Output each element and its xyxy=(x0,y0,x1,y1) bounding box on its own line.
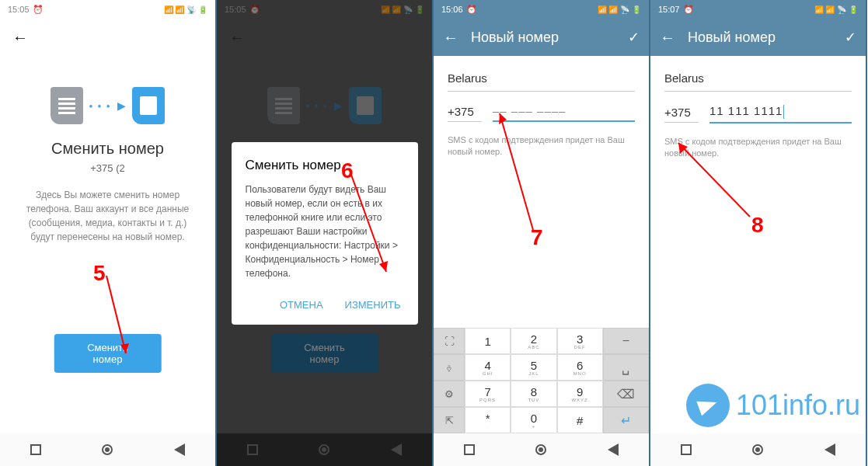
status-time: 15:07 xyxy=(658,5,680,14)
status-icons: 📶 📶 📡 🔋 xyxy=(598,5,641,14)
watermark: 101info.ru xyxy=(686,384,860,427)
cancel-button[interactable]: ОТМЕНА xyxy=(277,293,326,317)
key-backspace-icon[interactable]: ⌫ xyxy=(603,381,649,407)
kp-cursor-icon[interactable]: ⎀ xyxy=(434,354,465,381)
header-title: Новый номер xyxy=(471,30,628,46)
screen-3: 15:06 ⏰ 📶 📶 📡 🔋 ← Новый номер ✓ Belarus … xyxy=(434,0,650,466)
status-bar: 15:07 ⏰ 📶 📶 📡 🔋 xyxy=(650,0,866,19)
key-5[interactable]: 5JKL xyxy=(511,354,556,381)
kp-expand-icon[interactable]: ⛶ xyxy=(434,328,465,354)
nav-recent-icon[interactable] xyxy=(464,444,475,455)
arrow-5 xyxy=(103,272,134,365)
key-space[interactable]: ␣ xyxy=(603,354,649,381)
status-icons: 📶 📶 📡 🔋 xyxy=(814,5,858,14)
arrow-7 xyxy=(494,106,541,238)
country-code-field[interactable]: +375 xyxy=(664,103,699,123)
dialog-overlay[interactable]: Сменить номер Пользователи будут видеть … xyxy=(217,0,432,466)
header: ← Новый номер ✓ xyxy=(434,19,649,56)
key-enter-icon[interactable]: ↵ xyxy=(603,407,649,433)
svg-line-6 xyxy=(678,143,750,217)
alarm-icon: ⏰ xyxy=(683,5,694,15)
nav-back-icon[interactable] xyxy=(174,443,185,456)
current-phone: +375 (2 xyxy=(0,162,215,174)
description: Здесь Вы можете сменить номер телефона. … xyxy=(0,188,215,244)
screen-1: 15:05 ⏰ 📶 📶 📡 🔋 ← ● ● ●▶ Сменить номер +… xyxy=(0,0,217,466)
confirm-button[interactable]: ИЗМЕНИТЬ xyxy=(342,293,404,317)
status-time: 15:05 xyxy=(8,5,30,14)
status-bar: 15:05 ⏰ 📶 📶 📡 🔋 xyxy=(0,0,215,19)
status-icons: 📶 📶 📡 🔋 xyxy=(164,5,207,14)
kp-settings-icon[interactable]: ⚙ xyxy=(434,381,465,407)
numeric-keypad: ⛶ 1 2ABC 3DEF − ⎀ 4GHI 5JKL 6MNO ␣ ⚙ 7PQ… xyxy=(434,328,649,433)
nav-home-icon[interactable] xyxy=(102,444,113,455)
key-2[interactable]: 2ABC xyxy=(511,328,556,354)
arrow-6 xyxy=(347,171,394,283)
key-minus[interactable]: − xyxy=(603,328,649,354)
arrow-8 xyxy=(672,135,758,228)
annotation-7: 7 xyxy=(531,225,543,250)
screen-2: 15:05 ⏰ 📶 📶 📡 🔋 ← ● ● ●▶ Сменить номер С… xyxy=(217,0,434,466)
header-title: Новый номер xyxy=(688,30,845,46)
sms-hint: SMS с кодом подтверждения придет на Ваш … xyxy=(448,134,635,158)
back-icon[interactable]: ← xyxy=(660,29,675,47)
svg-marker-3 xyxy=(379,261,388,272)
back-icon[interactable]: ← xyxy=(443,29,458,47)
key-3[interactable]: 3DEF xyxy=(557,328,603,354)
phone-number-field[interactable]: 11 111 1111 xyxy=(709,101,852,123)
nav-bar xyxy=(434,433,649,466)
nav-back-icon[interactable] xyxy=(824,443,835,456)
nav-recent-icon[interactable] xyxy=(681,444,692,455)
status-time: 15:06 xyxy=(441,5,463,14)
submit-icon[interactable]: ✓ xyxy=(845,29,856,46)
telegram-logo-icon xyxy=(686,384,730,427)
key-4[interactable]: 4GHI xyxy=(465,354,511,381)
page-title: Сменить номер xyxy=(0,140,215,158)
key-6[interactable]: 6MNO xyxy=(557,354,603,381)
annotation-5: 5 xyxy=(93,261,106,286)
nav-bar xyxy=(650,433,866,466)
back-icon[interactable]: ← xyxy=(12,29,28,47)
key-star[interactable]: *. xyxy=(465,407,511,433)
sim-new-icon xyxy=(132,87,165,124)
alarm-icon: ⏰ xyxy=(33,5,44,15)
key-9[interactable]: 9WXYZ xyxy=(557,381,603,407)
svg-line-4 xyxy=(500,113,533,230)
key-0[interactable]: 0+ xyxy=(511,407,556,433)
country-field[interactable]: Belarus xyxy=(664,65,852,92)
annotation-6: 6 xyxy=(341,158,354,183)
nav-recent-icon[interactable] xyxy=(30,444,41,455)
status-bar: 15:06 ⏰ 📶 📶 📡 🔋 xyxy=(434,0,649,19)
nav-home-icon[interactable] xyxy=(535,444,546,455)
kp-share-icon[interactable]: ⇱ xyxy=(434,407,465,433)
key-7[interactable]: 7PQRS xyxy=(465,381,511,407)
svg-line-0 xyxy=(106,276,126,353)
key-8[interactable]: 8TUV xyxy=(511,381,556,407)
nav-back-icon[interactable] xyxy=(608,443,619,456)
nav-home-icon[interactable] xyxy=(752,444,763,455)
country-code-field[interactable]: +375 xyxy=(448,102,482,122)
header: ← Новый номер ✓ xyxy=(650,19,866,56)
header: ← xyxy=(0,19,215,56)
watermark-text: 101info.ru xyxy=(736,389,860,422)
key-1[interactable]: 1 xyxy=(465,328,511,354)
alarm-icon: ⏰ xyxy=(466,5,477,15)
key-hash[interactable]: # xyxy=(557,407,603,433)
nav-bar xyxy=(0,433,215,466)
svg-line-2 xyxy=(351,175,386,272)
illustration: ● ● ●▶ xyxy=(0,87,215,124)
country-field[interactable]: Belarus xyxy=(448,65,635,92)
annotation-8: 8 xyxy=(751,213,764,238)
submit-icon[interactable]: ✓ xyxy=(628,29,640,46)
sim-old-icon xyxy=(51,87,83,124)
